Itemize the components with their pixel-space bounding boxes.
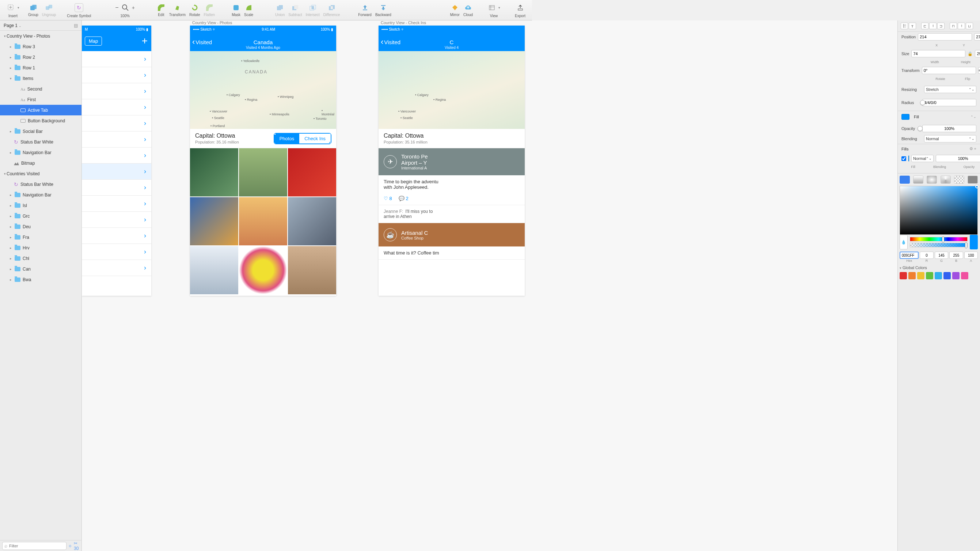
map-view[interactable]: CANADA • Yellowknife • Calgary • Regina …	[190, 51, 336, 129]
insert-tool[interactable]: ▾ Insert	[4, 2, 22, 18]
layer-item[interactable]: ▸Row 2	[0, 52, 81, 62]
canvas[interactable]: M100% ▮ Map + ›››››››››››››› Country Vie…	[82, 21, 532, 299]
photo-thumbnail[interactable]	[288, 246, 336, 294]
difference-tool[interactable]: Difference	[323, 3, 340, 17]
map-view[interactable]: • Calgary • Regina • Vancouver • Seattle	[379, 51, 525, 129]
map-button[interactable]: Map	[85, 37, 102, 46]
list-item[interactable]: ›	[82, 115, 151, 132]
segmented-control[interactable]: Photos Check Ins	[274, 133, 331, 144]
list-item[interactable]: ›	[82, 83, 151, 99]
mirror-tool[interactable]: Mirror	[450, 3, 460, 17]
layer-item[interactable]: AaSecond	[0, 84, 81, 94]
seg-photos[interactable]: Photos	[274, 133, 299, 143]
photo-thumbnail[interactable]	[190, 246, 238, 294]
wifi-icon: ᯤ	[401, 27, 405, 32]
seg-checkins[interactable]: Check Ins	[299, 133, 331, 143]
page-selector[interactable]: Page 1 ⌄ ▤	[0, 21, 81, 31]
list-item[interactable]: ›	[82, 164, 151, 179]
layer-item[interactable]: ▸Chl	[0, 253, 81, 264]
list-item[interactable]: ›	[82, 51, 151, 67]
forward-tool[interactable]: Forward	[358, 3, 372, 17]
layer-item[interactable]: ▸Navigation Bar	[0, 147, 81, 158]
rotate-tool[interactable]: Rotate	[189, 3, 200, 17]
svg-rect-22	[489, 5, 495, 10]
artboard-photos[interactable]: ••••• Sketch ᯤ 9:41 AM 100% ▮ ‹Visited C…	[190, 25, 336, 296]
layer-item[interactable]: ▾Items	[0, 73, 81, 84]
arrange-tools: Forward Backward	[355, 3, 394, 17]
svg-point-7	[123, 5, 127, 9]
photo-grid[interactable]	[190, 148, 336, 294]
photo-thumbnail[interactable]	[239, 148, 287, 197]
mask-tool[interactable]: Mask	[232, 3, 240, 17]
checkin-item[interactable]: ✈Toronto PeAirport – YInternational ATim…	[379, 148, 525, 223]
zoom-tool[interactable]: −+ 100%	[112, 2, 138, 18]
layer-item[interactable]: ▸Row 3	[0, 41, 81, 52]
photo-thumbnail[interactable]	[239, 197, 287, 245]
layer-item[interactable]: Bitmap	[0, 158, 81, 168]
layer-item[interactable]: Button Background	[0, 115, 81, 126]
create-symbol-tool[interactable]: ↻ Create Symbol	[62, 2, 96, 18]
layer-list[interactable]: ▾ Country View - Photos▸Row 3▸Row 2▸Row …	[0, 31, 81, 299]
like-button[interactable]: ♡ 8	[384, 196, 392, 201]
list-item[interactable]: ›	[82, 148, 151, 164]
layer-item[interactable]: ↻Status Bar White	[0, 179, 81, 189]
layer-item[interactable]: ▸Isl	[0, 200, 81, 211]
artboard-checkins[interactable]: ••••• Sketch ᯤ ‹Visited C Visited 4 • Ca…	[379, 25, 525, 296]
wifi-icon: ᯤ	[213, 27, 216, 32]
union-tool[interactable]: Union	[275, 3, 285, 17]
checkin-item[interactable]: ☕Artisanal CCoffee ShopWhat time is it? …	[379, 223, 525, 260]
list-item[interactable]: ›	[82, 179, 151, 196]
layer-item[interactable]: ▸Bwa	[0, 274, 81, 285]
list-item[interactable]: ›	[82, 244, 151, 260]
list-item[interactable]: ›	[82, 260, 151, 276]
export-tool[interactable]: Export	[512, 2, 528, 18]
subtract-tool[interactable]: Subtract	[288, 3, 302, 17]
photo-thumbnail[interactable]	[288, 148, 336, 197]
comment-button[interactable]: 💬 2	[399, 196, 409, 201]
cloud-tool[interactable]: Cloud	[463, 3, 473, 17]
svg-rect-20	[363, 10, 367, 10]
cloud-icon	[464, 3, 473, 12]
list-item[interactable]: ›	[82, 212, 151, 228]
layer-item[interactable]: AaFirst	[0, 94, 81, 105]
list-item[interactable]: ›	[82, 228, 151, 244]
boolean-tools: Union Subtract Intersect Difference	[272, 3, 343, 17]
artboard-label[interactable]: Country View - Check Ins	[381, 21, 426, 25]
list-item[interactable]: ›	[82, 196, 151, 212]
list-item[interactable]: ›	[82, 132, 151, 148]
artboard-countries-visited[interactable]: M100% ▮ Map + ››››››››››››››	[82, 25, 151, 296]
artboard-label[interactable]: Country View - Photos	[192, 21, 232, 25]
layer-item[interactable]: ▸Can	[0, 264, 81, 274]
add-button[interactable]: +	[142, 35, 148, 47]
layer-item[interactable]: ↻Status Bar White	[0, 137, 81, 147]
photo-thumbnail[interactable]	[288, 197, 336, 245]
layer-item[interactable]: ▸Navigation Bar	[0, 189, 81, 200]
layer-item[interactable]: ▸Deu	[0, 221, 81, 232]
group-tool[interactable]: Group	[28, 3, 38, 17]
layer-item[interactable]: ▸Social Bar	[0, 126, 81, 137]
scale-tool[interactable]: Scale	[244, 3, 253, 17]
layer-item[interactable]: ▸Fra	[0, 232, 81, 243]
photo-thumbnail[interactable]	[190, 148, 238, 197]
layer-item[interactable]: Active Tab	[0, 105, 81, 115]
layer-item[interactable]: ▸Hrv	[0, 243, 81, 253]
layer-item[interactable]: ▸Row 1	[0, 62, 81, 73]
svg-line-8	[126, 9, 128, 11]
svg-rect-9	[234, 5, 239, 10]
view-icon	[487, 3, 496, 12]
ungroup-tool[interactable]: Ungroup	[42, 3, 56, 17]
list-item[interactable]: ›	[82, 99, 151, 115]
photo-thumbnail[interactable]	[190, 197, 238, 245]
list-item[interactable]: ›	[82, 67, 151, 83]
layer-item[interactable]: ▸Grc	[0, 211, 81, 221]
photo-thumbnail[interactable]	[239, 246, 287, 294]
layer-section[interactable]: ▾ Country View - Photos	[0, 31, 81, 41]
edit-tool[interactable]: Edit	[157, 3, 165, 17]
intersect-tool[interactable]: Intersect	[305, 3, 319, 17]
svg-rect-21	[381, 5, 385, 6]
view-tool[interactable]: ▾ View	[485, 2, 503, 18]
backward-tool[interactable]: Backward	[375, 3, 391, 17]
transform-tool[interactable]: Transform	[169, 3, 186, 17]
chevron-right-icon: ›	[144, 87, 146, 95]
layer-section[interactable]: ▾ Countries Visited	[0, 168, 81, 179]
